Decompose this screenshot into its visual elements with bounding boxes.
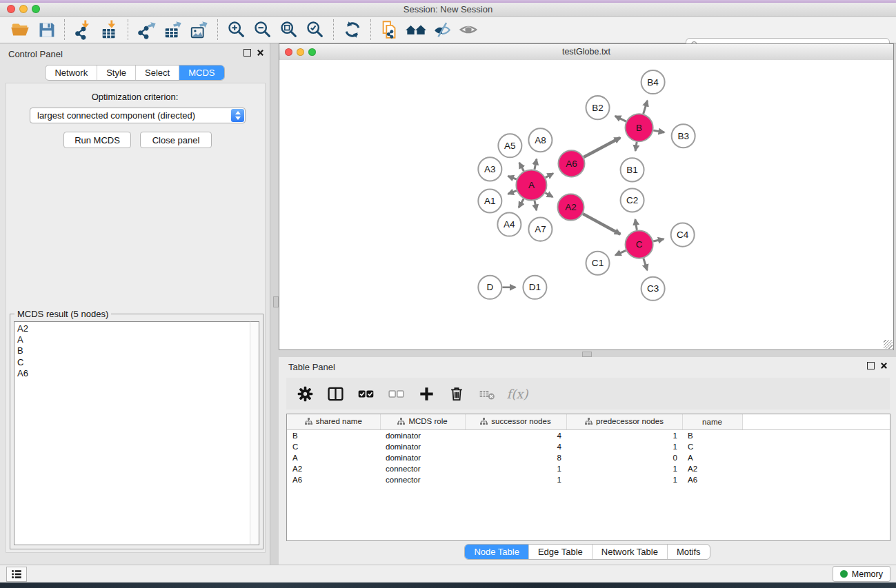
export-table-button[interactable] (160, 19, 186, 41)
select-all-columns-button[interactable] (355, 383, 376, 404)
show-preview-button[interactable] (455, 19, 481, 41)
tab-motifs[interactable]: Motifs (667, 545, 710, 559)
tab-node-table[interactable]: Node Table (465, 545, 528, 559)
dropdown-stepper-icon[interactable] (231, 109, 244, 122)
edge-A6-B[interactable] (584, 138, 620, 157)
column-header-shared-name[interactable]: shared name (287, 414, 380, 430)
edge-A-A4[interactable] (519, 199, 524, 208)
table-cell[interactable]: A6 (682, 474, 742, 485)
tab-network-table[interactable]: Network Table (592, 545, 667, 559)
node-D1[interactable]: D1 (523, 276, 546, 299)
float-table-panel-icon[interactable] (867, 362, 875, 369)
table-cell[interactable]: A2 (287, 463, 380, 474)
table-cell[interactable]: 4 (465, 430, 566, 442)
node-A7[interactable]: A7 (528, 218, 552, 241)
export-image-button[interactable] (186, 19, 212, 41)
column-header-successor-nodes[interactable]: successor nodes (465, 414, 566, 430)
edge-A-A3[interactable] (508, 176, 517, 179)
hide-labels-button[interactable] (429, 19, 455, 41)
table-cell[interactable]: B (287, 430, 380, 442)
edge-C-C2[interactable] (635, 219, 637, 230)
mcds-result-item[interactable]: A (14, 334, 251, 345)
memory-button[interactable]: Memory (833, 566, 890, 582)
node-A6[interactable]: A6 (558, 150, 584, 176)
node-B4[interactable]: B4 (641, 70, 665, 94)
table-cell[interactable]: 4 (465, 441, 566, 452)
edge-A-A7[interactable] (535, 201, 537, 210)
table-cell[interactable]: 1 (566, 474, 682, 485)
table-settings-button[interactable] (295, 383, 315, 404)
node-C[interactable]: C (626, 231, 653, 258)
node-A3[interactable]: A3 (478, 157, 501, 181)
table-cell[interactable]: B (682, 430, 742, 442)
close-panel-button[interactable]: Close panel (140, 132, 212, 148)
table-cell[interactable]: 1 (566, 430, 682, 442)
run-mcds-button[interactable]: Run MCDS (63, 132, 131, 148)
mcds-result-item[interactable]: C (14, 357, 251, 368)
table-split-panel-button[interactable] (325, 383, 346, 404)
tab-edge-table[interactable]: Edge Table (528, 545, 592, 559)
table-cell[interactable]: dominator (380, 430, 465, 442)
tab-network[interactable]: Network (46, 65, 97, 80)
table-row[interactable]: A6connector11A6 (287, 474, 890, 485)
table-cell[interactable]: 1 (566, 463, 682, 474)
mcds-result-item[interactable]: A2 (14, 323, 251, 334)
zoom-out-button[interactable] (250, 19, 276, 41)
tab-style[interactable]: Style (97, 65, 135, 80)
float-panel-icon[interactable] (243, 49, 251, 57)
node-A1[interactable]: A1 (478, 189, 501, 212)
import-table-button[interactable] (97, 19, 123, 41)
delete-table-button[interactable] (477, 383, 497, 404)
task-history-button[interactable] (6, 567, 27, 582)
edge-B-B4[interactable] (644, 101, 648, 114)
edge-B-B1[interactable] (635, 142, 637, 151)
node-C3[interactable]: C3 (641, 277, 665, 301)
tab-select[interactable]: Select (135, 65, 179, 80)
table-cell[interactable]: A6 (287, 474, 380, 485)
edge-A-A1[interactable] (508, 191, 517, 194)
table-cell[interactable]: dominator (380, 452, 465, 463)
delete-column-button[interactable] (446, 383, 467, 404)
node-B2[interactable]: B2 (586, 96, 609, 119)
vertical-split-handle[interactable] (273, 296, 279, 307)
horizontal-split-handle[interactable] (582, 352, 592, 357)
node-C2[interactable]: C2 (621, 188, 644, 212)
home-view-button[interactable] (403, 19, 429, 41)
table-cell[interactable]: C (682, 441, 742, 452)
function-builder-button[interactable]: f(x) (507, 383, 528, 404)
edge-A-A8[interactable] (535, 159, 537, 170)
node-A8[interactable]: A8 (528, 128, 552, 152)
edge-A-A5[interactable] (519, 163, 524, 171)
edge-B-B2[interactable] (615, 116, 626, 121)
table-cell[interactable]: 1 (566, 441, 682, 452)
open-session-button[interactable] (7, 19, 33, 41)
zoom-selected-button[interactable] (302, 19, 328, 41)
table-cell[interactable]: A2 (682, 463, 742, 474)
node-C4[interactable]: C4 (671, 223, 695, 247)
apply-layout-button[interactable] (339, 19, 366, 41)
table-cell[interactable]: dominator (380, 441, 465, 452)
edge-A-A2[interactable] (545, 193, 552, 197)
table-row[interactable]: Bdominator41B (287, 430, 890, 442)
save-session-button[interactable] (33, 19, 59, 41)
add-column-button[interactable] (416, 383, 437, 404)
mcds-result-scrollbar[interactable] (250, 321, 259, 545)
zoom-fit-button[interactable] (276, 19, 302, 41)
network-graph[interactable]: B4B2BB3A5A8A6A3AB1A1A2C2A4A7C4CC1C3DD1 (279, 60, 893, 349)
node-A[interactable]: A (516, 170, 546, 200)
node-A5[interactable]: A5 (498, 134, 521, 157)
close-panel-icon[interactable] (257, 49, 264, 57)
table-cell[interactable]: C (287, 441, 380, 452)
table-cell[interactable]: 0 (566, 452, 682, 463)
column-header-name[interactable]: name (682, 414, 742, 430)
mcds-result-item[interactable]: B (14, 345, 251, 356)
edge-C-C1[interactable] (615, 250, 626, 255)
table-cell[interactable]: A (287, 452, 380, 463)
export-network-button[interactable] (134, 19, 160, 41)
edge-A2-C[interactable] (583, 214, 620, 234)
horizontal-divider[interactable] (279, 350, 896, 357)
node-A4[interactable]: A4 (497, 213, 521, 236)
resize-grip[interactable] (884, 340, 893, 349)
table-cell[interactable]: connector (380, 463, 465, 474)
table-cell[interactable]: 1 (465, 474, 566, 485)
